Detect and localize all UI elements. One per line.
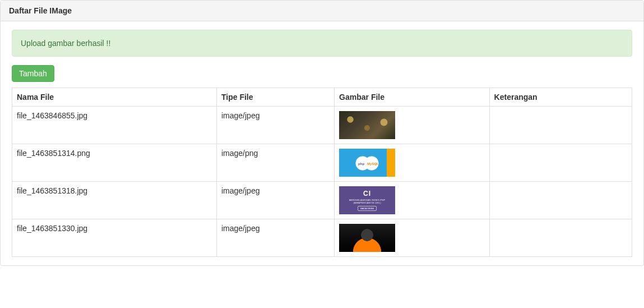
cell-note (489, 182, 632, 219)
table-row: file_1463851318.jpg image/jpeg CI MENGHI… (12, 182, 632, 219)
col-image: Gambar File (335, 88, 490, 107)
table-header-row: Nama File Tipe File Gambar File Keterang… (12, 88, 632, 107)
alert-success: Upload gambar berhasil !! (12, 30, 632, 57)
cell-note (489, 107, 632, 144)
cell-note (489, 219, 632, 257)
cell-image: php MySQL (335, 144, 490, 182)
add-button[interactable]: Tambah (12, 65, 54, 82)
thumbnail-image: php MySQL (339, 149, 395, 177)
panel-body: Upload gambar berhasil !! Tambah Nama Fi… (1, 21, 643, 265)
thumbnail-image (339, 224, 395, 252)
cell-type: image/jpeg (216, 182, 334, 219)
table-row: file_1463851314.png image/png php MySQL (12, 144, 632, 182)
col-type: Tipe File (216, 88, 334, 107)
thumbnail-image: CI MENGHILANGKAN INDEX.PHP (MEMPERCANTIK… (339, 186, 395, 214)
table-row: file_1463846855.jpg image/jpeg (12, 107, 632, 144)
cell-type: image/jpeg (216, 107, 334, 144)
thumbnail-image (339, 111, 395, 139)
cell-image (335, 107, 490, 144)
file-table: Nama File Tipe File Gambar File Keterang… (12, 88, 632, 257)
table-row: file_1463851330.jpg image/jpeg (12, 219, 632, 257)
cell-type: image/jpeg (216, 219, 334, 257)
col-note: Keterangan (489, 88, 632, 107)
panel: Daftar File IMage Upload gambar berhasil… (0, 0, 644, 266)
cell-name: file_1463851314.png (12, 144, 217, 182)
cell-type: image/png (216, 144, 334, 182)
cell-name: file_1463851318.jpg (12, 182, 217, 219)
cell-image (335, 219, 490, 257)
cell-name: file_1463846855.jpg (12, 107, 217, 144)
col-name: Nama File (12, 88, 217, 107)
cell-name: file_1463851330.jpg (12, 219, 217, 257)
panel-title: Daftar File IMage (1, 1, 643, 21)
cell-image: CI MENGHILANGKAN INDEX.PHP (MEMPERCANTIK… (335, 182, 490, 219)
cell-note (489, 144, 632, 182)
